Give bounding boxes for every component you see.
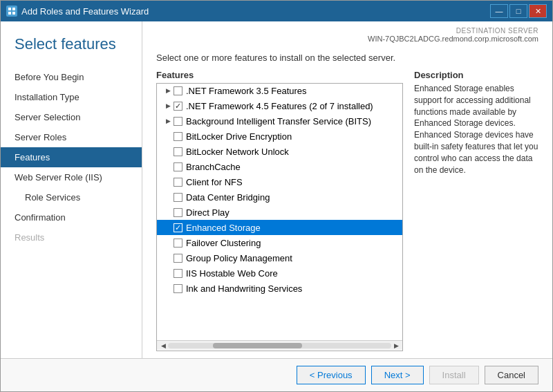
feature-checkbox[interactable] bbox=[174, 208, 182, 217]
list-item[interactable]: BitLocker Drive Encryption bbox=[157, 129, 402, 144]
feature-label: BitLocker Network Unlock bbox=[186, 147, 289, 157]
sidebar-item-web-server-role[interactable]: Web Server Role (IIS) bbox=[1, 167, 142, 187]
list-item[interactable]: BranchCache bbox=[157, 159, 402, 174]
install-button: Install bbox=[429, 366, 479, 384]
feature-checkbox[interactable] bbox=[174, 239, 182, 248]
feature-label: Failover Clustering bbox=[186, 238, 261, 248]
app-icon bbox=[6, 6, 17, 17]
feature-label: .NET Framework 3.5 Features bbox=[186, 86, 307, 96]
title-bar: Add Roles and Features Wizard — □ ✕ bbox=[1, 1, 552, 21]
feature-checkbox[interactable] bbox=[174, 269, 182, 278]
feature-checkbox[interactable] bbox=[174, 284, 182, 293]
features-list-scroll[interactable]: ▶.NET Framework 3.5 Features▶.NET Framew… bbox=[157, 83, 402, 340]
sidebar-item-before-you-begin[interactable]: Before You Begin bbox=[1, 67, 142, 87]
cancel-button[interactable]: Cancel bbox=[485, 366, 538, 384]
maximize-button[interactable]: □ bbox=[509, 4, 527, 18]
sidebar: Select features Before You Begin Install… bbox=[1, 21, 142, 358]
list-item[interactable]: Client for NFS bbox=[157, 174, 402, 189]
feature-label: Data Center Bridging bbox=[186, 192, 270, 203]
feature-label: Enhanced Storage bbox=[186, 223, 261, 233]
list-item[interactable]: IIS Hostable Web Core bbox=[157, 265, 402, 281]
content-panel: DESTINATION SERVER WIN-7QJBC2LADCG.redmo… bbox=[142, 21, 552, 358]
sidebar-item-results: Results bbox=[1, 227, 142, 248]
destination-label: DESTINATION SERVER bbox=[156, 27, 538, 35]
sidebar-item-role-services[interactable]: Role Services bbox=[1, 187, 142, 207]
sidebar-item-installation-type[interactable]: Installation Type bbox=[1, 87, 142, 107]
wizard-window: Add Roles and Features Wizard — □ ✕ Sele… bbox=[0, 0, 553, 392]
feature-checkbox[interactable] bbox=[174, 193, 182, 202]
features-layout: Features ▶.NET Framework 3.5 Features▶.N… bbox=[156, 70, 538, 351]
list-item[interactable]: ▶.NET Framework 4.5 Features (2 of 7 ins… bbox=[157, 98, 402, 113]
feature-label: Group Policy Management bbox=[186, 253, 292, 263]
previous-button[interactable]: < Previous bbox=[297, 366, 366, 384]
horizontal-scrollbar[interactable]: ◀ ▶ bbox=[157, 340, 402, 350]
sidebar-title: Select features bbox=[1, 35, 142, 67]
destination-server-name: WIN-7QJBC2LADCG.redmond.corp.microsoft.c… bbox=[156, 35, 538, 43]
features-section: Features ▶.NET Framework 3.5 Features▶.N… bbox=[156, 70, 403, 351]
features-list-container: ▶.NET Framework 3.5 Features▶.NET Framew… bbox=[156, 83, 403, 351]
sidebar-item-confirmation[interactable]: Confirmation bbox=[1, 207, 142, 227]
list-item[interactable]: Group Policy Management bbox=[157, 250, 402, 265]
description-text: Enhanced Storage enables support for acc… bbox=[414, 83, 538, 176]
description-header: Description bbox=[414, 70, 538, 80]
scroll-right-arrow[interactable]: ▶ bbox=[391, 341, 401, 351]
feature-label: BranchCache bbox=[186, 162, 241, 172]
feature-label: Direct Play bbox=[186, 207, 229, 218]
feature-checkbox[interactable] bbox=[174, 178, 182, 187]
footer: < Previous Next > Install Cancel bbox=[1, 358, 552, 391]
description-section: Description Enhanced Storage enables sup… bbox=[414, 70, 538, 351]
list-item[interactable]: BitLocker Network Unlock bbox=[157, 144, 402, 159]
scroll-left-arrow[interactable]: ◀ bbox=[158, 341, 168, 351]
expand-arrow-icon[interactable]: ▶ bbox=[162, 87, 174, 94]
destination-server-info: DESTINATION SERVER WIN-7QJBC2LADCG.redmo… bbox=[142, 21, 552, 46]
feature-label: BitLocker Drive Encryption bbox=[186, 131, 292, 142]
expand-arrow-icon[interactable]: ▶ bbox=[162, 102, 174, 109]
window-title: Add Roles and Features Wizard bbox=[21, 6, 149, 17]
list-item[interactable]: Direct Play bbox=[157, 205, 402, 220]
sidebar-item-server-roles[interactable]: Server Roles bbox=[1, 127, 142, 147]
minimize-button[interactable]: — bbox=[490, 4, 508, 18]
feature-label: Ink and Handwriting Services bbox=[186, 283, 302, 294]
instruction-text: Select one or more features to install o… bbox=[156, 53, 538, 63]
feature-checkbox[interactable] bbox=[174, 132, 182, 141]
expand-arrow-icon[interactable]: ▶ bbox=[162, 118, 174, 124]
list-item[interactable]: Failover Clustering bbox=[157, 235, 402, 250]
next-button[interactable]: Next > bbox=[371, 366, 424, 384]
feature-checkbox[interactable] bbox=[174, 117, 182, 126]
feature-checkbox[interactable] bbox=[174, 254, 182, 263]
list-item[interactable]: ▶.NET Framework 3.5 Features bbox=[157, 83, 402, 98]
feature-label: IIS Hostable Web Core bbox=[186, 268, 278, 279]
feature-label: Background Intelligent Transfer Service … bbox=[186, 116, 371, 127]
svg-rect-2 bbox=[8, 12, 11, 15]
feature-label: .NET Framework 4.5 Features (2 of 7 inst… bbox=[186, 101, 373, 111]
sidebar-item-server-selection[interactable]: Server Selection bbox=[1, 107, 142, 127]
features-list-header: Features bbox=[156, 70, 403, 80]
list-item[interactable]: Enhanced Storage bbox=[157, 220, 402, 235]
window-controls: — □ ✕ bbox=[490, 4, 547, 18]
svg-rect-0 bbox=[8, 8, 11, 10]
feature-label: Client for NFS bbox=[186, 177, 243, 187]
feature-checkbox[interactable] bbox=[174, 86, 182, 95]
sidebar-item-features[interactable]: Features bbox=[1, 147, 142, 167]
feature-checkbox[interactable] bbox=[174, 162, 182, 171]
list-item[interactable]: Data Center Bridging bbox=[157, 189, 402, 205]
list-item[interactable]: Ink and Handwriting Services bbox=[157, 281, 402, 296]
feature-checkbox[interactable] bbox=[174, 223, 182, 232]
list-item[interactable]: ▶Background Intelligent Transfer Service… bbox=[157, 113, 402, 129]
content-area: Select one or more features to install o… bbox=[142, 46, 552, 358]
svg-rect-3 bbox=[12, 12, 15, 15]
feature-checkbox[interactable] bbox=[174, 147, 182, 156]
svg-rect-1 bbox=[12, 8, 15, 10]
feature-checkbox[interactable] bbox=[174, 102, 182, 111]
main-area: Select features Before You Begin Install… bbox=[1, 21, 552, 358]
close-button[interactable]: ✕ bbox=[529, 4, 547, 18]
